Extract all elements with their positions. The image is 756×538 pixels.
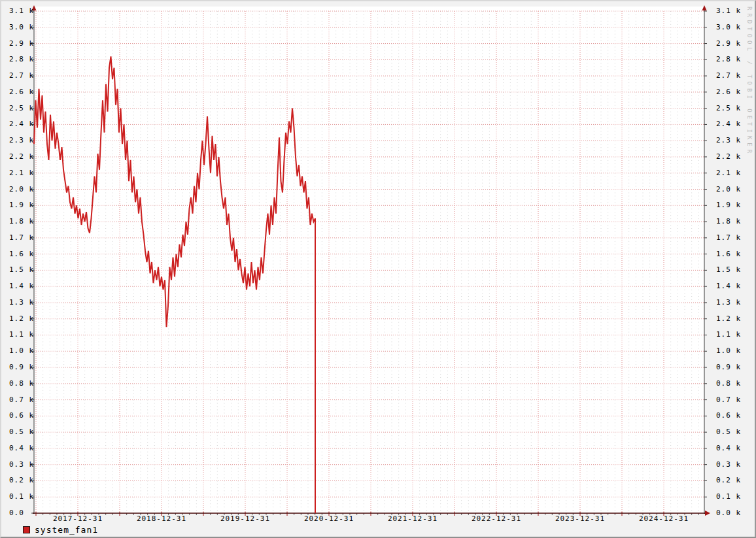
x-axis-label: 2020-12-31 <box>286 515 371 523</box>
y-axis-label-right: 0.9 k <box>716 363 741 371</box>
y-axis-label-left: 2.7 k <box>9 72 34 80</box>
y-axis-label-left: 0.5 k <box>9 428 34 436</box>
y-axis-label-right: 3.0 k <box>716 24 741 31</box>
y-axis-label-right: 1.7 k <box>716 234 741 242</box>
y-axis-label-left: 0.3 k <box>9 461 34 469</box>
y-axis-label-right: 0.0 k <box>716 509 741 517</box>
x-axis-label: 2019-12-31 <box>203 515 288 523</box>
y-axis-label-right: 2.1 k <box>716 169 741 177</box>
y-axis-label-right: 1.9 k <box>716 201 741 209</box>
rrdtool-graph: 3.1 k3.0 k2.9 k2.8 k2.7 k2.6 k2.5 k2.4 k… <box>0 0 756 538</box>
x-axis-label: 2018-12-31 <box>119 515 204 523</box>
x-axis-label: 2024-12-31 <box>621 515 706 523</box>
y-axis-label-right: 1.1 k <box>716 331 741 339</box>
y-axis-label-right: 1.6 k <box>716 250 741 258</box>
y-axis-label-right: 3.1 k <box>716 7 741 15</box>
y-axis-label-right: 2.8 k <box>716 56 741 63</box>
y-axis-label-left: 0.4 k <box>9 445 34 452</box>
y-axis-label-left: 2.0 k <box>9 186 34 193</box>
y-axis-label-left: 1.8 k <box>9 218 34 226</box>
rrdtool-watermark: RRDTOOL / TOBI OETIKER <box>746 7 753 156</box>
y-axis-label-left: 2.9 k <box>9 40 34 48</box>
y-axis-label-left: 1.4 k <box>9 282 34 290</box>
y-axis-label-left: 3.0 k <box>9 24 34 31</box>
y-axis-label-left: 1.2 k <box>9 315 34 323</box>
x-axis-label: 2021-12-31 <box>370 515 455 523</box>
y-axis-label-left: 2.1 k <box>9 169 34 177</box>
y-axis-label-left: 2.8 k <box>9 56 34 63</box>
y-axis-label-left: 1.6 k <box>9 250 34 258</box>
y-axis-label-right: 0.1 k <box>716 493 741 501</box>
chart-canvas <box>1 1 756 538</box>
x-axis-label: 2017-12-31 <box>35 515 120 523</box>
y-axis-label-left: 1.5 k <box>9 266 34 274</box>
y-axis-label-left: 0.9 k <box>9 363 34 371</box>
y-axis-label-right: 0.4 k <box>716 445 741 452</box>
y-axis-label-left: 0.6 k <box>9 412 34 420</box>
y-axis-label-right: 0.7 k <box>716 396 741 404</box>
legend: system_fan1 <box>23 525 98 535</box>
y-axis-label-right: 2.2 k <box>716 153 741 161</box>
y-axis-label-left: 1.0 k <box>9 347 34 355</box>
y-axis-label-right: 2.4 k <box>716 120 741 128</box>
y-axis-label-right: 0.3 k <box>716 461 741 469</box>
y-axis-label-right: 1.2 k <box>716 315 741 323</box>
x-axis-label: 2022-12-31 <box>454 515 539 523</box>
y-axis-label-right: 0.5 k <box>716 428 741 436</box>
y-axis-label-left: 1.1 k <box>9 331 34 339</box>
y-axis-label-left: 0.0 <box>9 509 24 517</box>
y-axis-label-right: 2.9 k <box>716 40 741 48</box>
y-axis-label-left: 2.2 k <box>9 153 34 161</box>
y-axis-label-right: 2.5 k <box>716 105 741 112</box>
y-axis-label-left: 2.6 k <box>9 88 34 96</box>
y-axis-label-left: 2.4 k <box>9 120 34 128</box>
y-axis-label-left: 0.7 k <box>9 396 34 404</box>
y-axis-label-right: 1.5 k <box>716 266 741 274</box>
y-axis-label-left: 1.7 k <box>9 234 34 242</box>
legend-series-label: system_fan1 <box>35 525 98 535</box>
y-axis-label-right: 2.7 k <box>716 72 741 80</box>
plot-area <box>34 7 704 513</box>
y-axis-label-right: 1.3 k <box>716 299 741 307</box>
y-axis-label-left: 1.3 k <box>9 299 34 307</box>
y-axis-label-right: 2.3 k <box>716 137 741 144</box>
y-axis-label-left: 3.1 k <box>9 7 34 15</box>
legend-color-swatch-icon <box>23 526 30 533</box>
x-axis-label: 2023-12-31 <box>538 515 623 523</box>
y-axis-label-left: 1.9 k <box>9 201 34 209</box>
y-axis-label-left: 2.5 k <box>9 105 34 112</box>
y-axis-label-left: 2.3 k <box>9 137 34 144</box>
y-axis-label-left: 0.8 k <box>9 380 34 388</box>
y-axis-label-left: 0.2 k <box>9 477 34 484</box>
y-axis-label-left: 0.1 k <box>9 493 34 501</box>
y-axis-label-right: 2.0 k <box>716 186 741 193</box>
y-axis-label-right: 1.0 k <box>716 347 741 355</box>
y-axis-label-right: 2.6 k <box>716 88 741 96</box>
y-axis-label-right: 0.8 k <box>716 380 741 388</box>
y-axis-label-right: 1.8 k <box>716 218 741 226</box>
y-axis-label-right: 1.4 k <box>716 282 741 290</box>
y-axis-label-right: 0.6 k <box>716 412 741 420</box>
y-axis-label-right: 0.2 k <box>716 477 741 484</box>
